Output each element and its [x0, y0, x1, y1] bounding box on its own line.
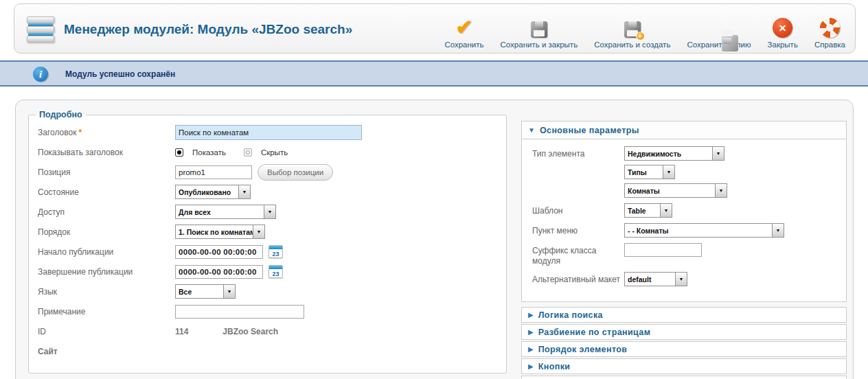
client-label: Сайт — [38, 347, 175, 356]
template-row: Шаблон Table▼ — [532, 203, 846, 218]
floppy-plus-icon: + — [624, 21, 641, 38]
section-search-logic-toggle[interactable]: ▶ Логика поиска — [521, 307, 847, 323]
system-message-text: Модуль успешно сохранён — [65, 69, 175, 79]
order-row: Порядок 1. Поиск по комнатам▼ — [38, 222, 506, 242]
save-button-label: Сохранить — [444, 41, 483, 49]
calendar-icon[interactable]: 23 — [269, 265, 283, 278]
note-input[interactable] — [175, 305, 304, 319]
chevron-down-icon: ▼ — [715, 184, 727, 197]
save-and-close-label: Сохранить и закрыть — [501, 41, 578, 49]
close-button[interactable]: ✕ Закрыть — [768, 16, 798, 49]
help-button-label: Справка — [814, 41, 845, 49]
page-header: Менеджер модулей: Модуль «JBZoo search» … — [14, 3, 856, 54]
section-pagination-title: Разбиение по страницам — [538, 328, 651, 337]
title-row: Заголовок* — [38, 122, 506, 142]
publish-up-input[interactable] — [175, 245, 263, 259]
title-label: Заголовок* — [38, 128, 175, 137]
show-title-radio-hide[interactable] — [244, 148, 252, 157]
content-container: Подробно Заголовок* Показывать заголовок… — [15, 100, 854, 379]
save-and-new-label: Сохранить и создать — [594, 41, 670, 49]
id-row: ID 114 JBZoo Search — [38, 321, 506, 341]
module-type-name: JBZoo Search — [222, 327, 278, 336]
triangle-down-icon: ▼ — [528, 126, 535, 134]
language-select[interactable]: Все▼ — [175, 284, 236, 299]
section-pagination-toggle[interactable]: ▶ Разбиение по страницам — [521, 324, 847, 340]
template-label: Шаблон — [532, 203, 624, 218]
close-icon: ✕ — [773, 18, 792, 38]
show-option-label[interactable]: Показать — [192, 148, 226, 157]
status-select[interactable]: Опубликовано▼ — [175, 185, 251, 199]
language-row: Язык Все▼ — [38, 282, 506, 301]
menu-item-select[interactable]: - - Комнаты▼ — [624, 223, 784, 238]
section-search-logic-title: Логика поиска — [538, 310, 603, 320]
suffix-input[interactable] — [624, 243, 702, 257]
section-partial-toggle[interactable] — [521, 376, 847, 379]
section-item-order-toggle[interactable]: ▶ Порядок элементов — [521, 341, 847, 357]
save-and-new-button[interactable]: + Сохранить и создать — [594, 16, 670, 49]
layout-select[interactable]: default▼ — [624, 272, 687, 286]
language-label: Язык — [38, 287, 175, 297]
template-select[interactable]: Table▼ — [624, 203, 672, 218]
toolbar: ✔ Сохранить Сохранить и закрыть + Сохран… — [444, 10, 845, 49]
parameters-column: ▼ Основные параметры Тип элемента Недвиж… — [521, 121, 847, 379]
note-row: Примечание — [38, 301, 506, 321]
item-type-row: Тип элемента Недвижимость▼ Типы▼ Комнаты… — [532, 146, 846, 198]
access-row: Доступ Для всех▼ — [38, 202, 506, 222]
title-input[interactable] — [175, 125, 362, 140]
layout-row: Альтернативный макет default▼ — [532, 272, 846, 286]
section-buttons-title: Кнопки — [538, 362, 571, 371]
chevron-down-icon: ▼ — [675, 273, 687, 286]
help-button[interactable]: Справка — [814, 16, 845, 49]
page-title: Менеджер модулей: Модуль «JBZoo search» — [64, 22, 352, 37]
chevron-down-icon: ▼ — [253, 225, 264, 238]
access-select[interactable]: Для всех▼ — [175, 205, 276, 219]
publish-down-label: Завершение публикации — [38, 267, 175, 277]
layout-label: Альтернативный макет — [532, 272, 624, 286]
system-message-bar: i Модуль успешно сохранён — [0, 60, 868, 87]
section-buttons-toggle[interactable]: ▶ Кнопки — [521, 358, 847, 374]
position-label: Позиция — [38, 168, 175, 177]
triangle-right-icon: ▶ — [528, 363, 534, 370]
publish-down-input[interactable] — [175, 265, 263, 279]
floppy-icon — [531, 21, 547, 38]
menu-item-label: Пункт меню — [532, 223, 624, 238]
hide-option-label[interactable]: Скрыть — [261, 148, 288, 157]
publish-up-label: Начало публикации — [38, 247, 175, 257]
chevron-down-icon: ▼ — [712, 147, 724, 160]
save-button[interactable]: ✔ Сохранить — [444, 16, 483, 49]
position-row: Позиция Выбор позиции — [38, 162, 506, 182]
calendar-icon[interactable]: 23 — [269, 245, 283, 258]
info-icon: i — [33, 67, 48, 82]
chevron-down-icon: ▼ — [772, 224, 784, 237]
order-select[interactable]: 1. Поиск по комнатам▼ — [175, 225, 265, 239]
show-title-row: Показывать заголовок Показать Скрыть — [38, 142, 506, 162]
chevron-down-icon: ▼ — [223, 285, 235, 298]
position-input[interactable] — [175, 165, 252, 179]
required-asterisk: * — [78, 128, 82, 137]
details-fieldset: Подробно Заголовок* Показывать заголовок… — [28, 110, 507, 374]
main-parameters-panel: ▼ Основные параметры Тип элемента Недвиж… — [521, 121, 847, 302]
access-label: Доступ — [38, 207, 175, 217]
save-copy-button[interactable]: Сохранить копию — [687, 16, 751, 49]
save-and-close-button[interactable]: Сохранить и закрыть — [501, 16, 578, 49]
main-parameters-title: Основные параметры — [540, 126, 639, 135]
show-title-radio-show[interactable] — [175, 148, 183, 157]
select-position-button[interactable]: Выбор позиции — [258, 164, 333, 181]
triangle-right-icon: ▶ — [528, 311, 534, 319]
item-type-sub-select[interactable]: Типы▼ — [624, 165, 675, 179]
chevron-down-icon: ▼ — [264, 205, 275, 218]
triangle-right-icon: ▶ — [528, 345, 534, 353]
module-id-value: 114 — [175, 327, 188, 336]
triangle-right-icon: ▶ — [528, 328, 534, 336]
main-parameters-toggle[interactable]: ▼ Основные параметры — [522, 122, 846, 139]
order-label: Порядок — [38, 227, 175, 237]
suffix-row: Суффикс класса модуля — [532, 243, 846, 266]
client-row: Сайт — [38, 341, 506, 361]
item-type-select[interactable]: Недвижимость▼ — [624, 146, 724, 161]
publish-down-row: Завершение публикации 23 — [38, 262, 506, 282]
section-item-order-title: Порядок элементов — [538, 345, 628, 354]
status-row: Состояние Опубликовано▼ — [38, 182, 506, 202]
item-type-sub2-select[interactable]: Комнаты▼ — [624, 183, 727, 198]
show-title-label: Показывать заголовок — [38, 148, 175, 157]
details-legend: Подробно — [36, 110, 86, 119]
